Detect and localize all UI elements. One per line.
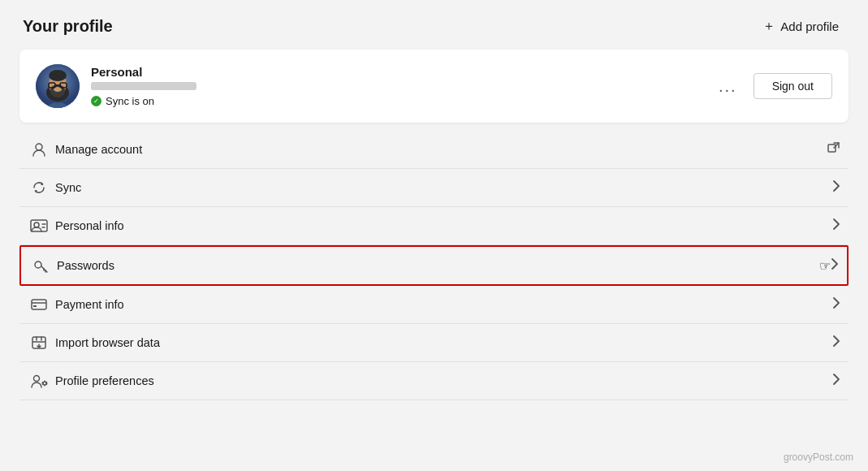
menu-label-sync: Sync — [55, 181, 832, 194]
menu-label-passwords: Passwords — [57, 259, 814, 272]
chevron-icon — [832, 218, 840, 234]
person-icon — [26, 141, 52, 158]
svg-line-26 — [43, 382, 44, 383]
menu-item-sync[interactable]: Sync — [19, 169, 849, 207]
profile-email-bar — [91, 82, 196, 90]
svg-line-27 — [46, 384, 47, 385]
plus-icon: ＋ — [762, 18, 775, 35]
svg-point-12 — [34, 223, 39, 227]
sign-out-button[interactable]: Sign out — [754, 73, 832, 99]
person-settings-icon — [26, 373, 52, 389]
chevron-icon — [832, 296, 840, 313]
menu-item-import-browser-data[interactable]: Import browser data — [19, 324, 849, 362]
svg-line-29 — [46, 382, 47, 383]
chevron-icon — [832, 335, 840, 351]
content-area: Personal ✓ Sync is on ... Sign out Manag… — [0, 50, 868, 471]
menu-label-import-browser-data: Import browser data — [55, 336, 832, 349]
cursor-pointer: ☞ — [819, 258, 831, 274]
chevron-icon — [832, 179, 840, 196]
svg-line-28 — [43, 384, 44, 385]
sync-icon — [26, 179, 52, 196]
add-profile-label: Add profile — [780, 19, 839, 33]
menu-item-passwords[interactable]: Passwords☞ — [19, 245, 849, 286]
menu-item-manage-account[interactable]: Manage account — [19, 131, 849, 169]
svg-rect-11 — [828, 145, 836, 152]
add-profile-button[interactable]: ＋ Add profile — [756, 15, 845, 38]
svg-point-22 — [34, 376, 40, 382]
svg-point-10 — [36, 144, 42, 150]
more-options-button[interactable]: ... — [712, 74, 744, 99]
menu-list: Manage account Sync Personal info Passwo… — [19, 131, 849, 400]
svg-rect-19 — [33, 305, 37, 307]
credit-card-icon — [26, 296, 52, 313]
profile-card-left: Personal ✓ Sync is on — [36, 64, 196, 108]
page-title: Your profile — [23, 17, 113, 36]
chevron-icon — [832, 373, 840, 389]
profile-name: Personal — [91, 65, 196, 79]
profile-card-right: ... Sign out — [712, 73, 832, 99]
page-header: Your profile ＋ Add profile — [0, 0, 868, 50]
profile-info: Personal ✓ Sync is on — [91, 65, 196, 107]
chevron-icon — [831, 257, 839, 274]
menu-item-payment-info[interactable]: Payment info — [19, 286, 849, 324]
menu-label-manage-account: Manage account — [55, 143, 827, 156]
svg-rect-17 — [32, 300, 46, 309]
sync-label: Sync is on — [106, 95, 154, 107]
menu-label-profile-preferences: Profile preferences — [55, 374, 832, 387]
person-card-icon — [26, 218, 52, 234]
svg-point-16 — [35, 261, 41, 268]
menu-label-personal-info: Personal info — [55, 219, 832, 232]
menu-label-payment-info: Payment info — [55, 298, 832, 311]
menu-item-personal-info[interactable]: Personal info — [19, 207, 849, 245]
svg-point-4 — [49, 70, 67, 81]
profile-card: Personal ✓ Sync is on ... Sign out — [19, 50, 849, 123]
sync-dot: ✓ — [91, 96, 101, 106]
external-link-icon — [827, 141, 840, 158]
sync-status: ✓ Sync is on — [91, 95, 196, 107]
watermark: groovyPost.com — [784, 452, 853, 463]
avatar — [36, 64, 80, 108]
menu-item-profile-preferences[interactable]: Profile preferences — [19, 362, 849, 400]
key-icon — [28, 257, 54, 274]
import-icon — [26, 335, 52, 351]
